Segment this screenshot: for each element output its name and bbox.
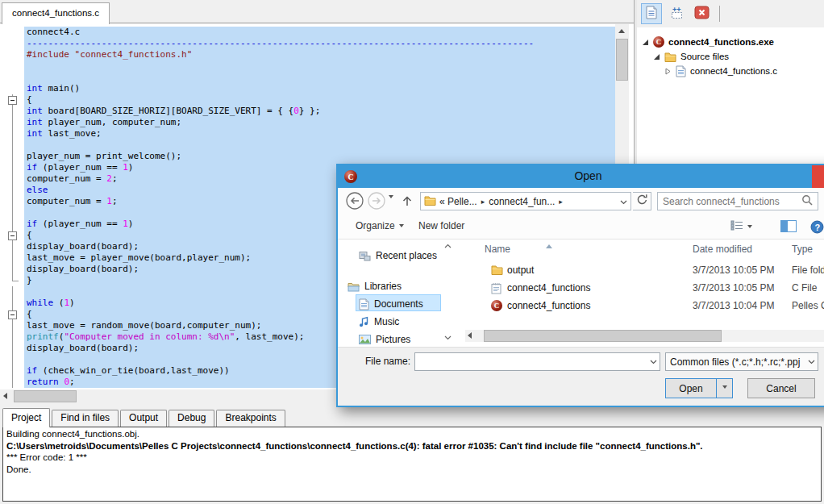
preview-pane-button[interactable]: [780, 220, 797, 235]
code-line[interactable]: int player_num, computer_num;: [0, 117, 615, 128]
file-row-connect4_functions[interactable]: connect4_functions3/7/2013 10:05 PMC Fil…: [457, 280, 824, 298]
sidebar-scroll-down[interactable]: [443, 333, 453, 343]
fold-gutter: [0, 72, 24, 83]
forward-button[interactable]: [368, 192, 385, 213]
code-line[interactable]: connect4.c: [0, 27, 615, 38]
tree-item-source-files[interactable]: Source files: [637, 49, 824, 64]
folder-icon: [664, 52, 676, 62]
hscroll-thumb[interactable]: [484, 330, 722, 342]
sidebar-item-documents[interactable]: Documents: [359, 296, 423, 312]
tab-connect4-functions-c[interactable]: connect4_functions.c: [2, 2, 110, 24]
views-button[interactable]: [730, 220, 752, 233]
bottom-tab-breakpoints[interactable]: Breakpoints: [216, 410, 285, 427]
breadcrumb-separator-icon: ▸: [559, 198, 563, 206]
search-input[interactable]: Search connect4_functions: [657, 192, 818, 210]
dialog-close-button[interactable]: [812, 165, 824, 188]
sidebar-item-pictures[interactable]: Pictures: [359, 331, 410, 348]
scroll-up-button[interactable]: [615, 24, 629, 38]
bottom-tab-output[interactable]: Output: [120, 410, 167, 427]
tree-item-label: connect4_functions.exe: [668, 37, 774, 47]
project-view-button[interactable]: [641, 3, 662, 24]
chevron-down-icon[interactable]: [620, 196, 627, 207]
code-line[interactable]: [0, 60, 615, 72]
fold-gutter: [0, 60, 24, 72]
fold-gutter: [0, 320, 24, 331]
arrow-left-icon: [468, 332, 472, 339]
fold-collapse-icon[interactable]: [8, 96, 17, 105]
breadcrumb-separator-icon: ▸: [481, 198, 485, 206]
column-header-type[interactable]: Type: [792, 244, 813, 255]
history-dropdown-icon[interactable]: [389, 198, 393, 213]
breadcrumb-segment[interactable]: connect4_fun...: [489, 196, 555, 207]
fold-gutter: [0, 83, 24, 94]
code-line[interactable]: [0, 140, 615, 151]
fold-collapse-icon[interactable]: [8, 310, 17, 319]
bottom-panel: ProjectFind in filesOutputDebugBreakpoin…: [0, 403, 824, 504]
fold-gutter: [0, 162, 24, 173]
sidebar-scroll-up[interactable]: [443, 241, 453, 251]
sidebar-item-music[interactable]: Music: [359, 314, 399, 330]
refresh-button[interactable]: [633, 192, 651, 210]
fold-gutter[interactable]: [0, 309, 24, 320]
pelles-icon: C: [491, 300, 502, 311]
file-date: 3/7/2013 10:05 PM: [693, 282, 774, 294]
project-options-button[interactable]: ++: [666, 3, 687, 24]
fold-gutter: [0, 38, 24, 49]
recent-icon: [359, 251, 371, 261]
chevron-down-icon[interactable]: [647, 360, 660, 364]
code-line[interactable]: int board[BOARD_SIZE_HORIZ][BOARD_SIZE_V…: [0, 106, 615, 117]
code-line[interactable]: [0, 72, 615, 83]
build-output[interactable]: Building connect4_functions.obj.C:\Users…: [2, 427, 822, 502]
code-line[interactable]: int last_move;: [0, 128, 615, 140]
open-split-dropdown[interactable]: [716, 379, 732, 398]
remove-file-button[interactable]: [691, 3, 712, 24]
fold-gutter: [0, 151, 24, 162]
views-icon: [730, 220, 743, 233]
file-list-hscrollbar[interactable]: [465, 330, 824, 342]
sidebar-item-libraries[interactable]: Libraries: [347, 278, 402, 294]
help-button[interactable]: ?: [810, 220, 824, 236]
column-header-name[interactable]: Name: [485, 244, 510, 255]
file-list: NameDate modifiedType output3/7/2013 10:…: [457, 240, 824, 347]
file-row-connect4_functions[interactable]: Cconnect4_functions3/7/2013 10:04 PMPell…: [457, 298, 824, 315]
open-button[interactable]: Open: [665, 378, 733, 398]
new-folder-button[interactable]: New folder: [418, 220, 464, 231]
cancel-button[interactable]: Cancel: [747, 378, 815, 398]
fold-gutter: [0, 140, 24, 151]
folder-icon: [424, 195, 436, 208]
fold-gutter[interactable]: [0, 94, 24, 106]
toolbar-separator: [719, 6, 720, 22]
code-line[interactable]: {: [0, 94, 615, 106]
dropdown-icon: [747, 225, 752, 231]
dialog-titlebar[interactable]: C Open: [338, 165, 824, 188]
organize-button[interactable]: Organize: [356, 220, 404, 231]
bottom-tab-find-in-files[interactable]: Find in files: [52, 410, 119, 427]
up-button[interactable]: [400, 194, 414, 211]
scroll-left-button[interactable]: [0, 389, 14, 403]
file-name-input[interactable]: [414, 352, 660, 371]
file-type-select[interactable]: Common files (*.c;*.h;*.rc;*.ppj: [665, 352, 818, 371]
file-row-output[interactable]: output3/7/2013 10:05 PMFile folder: [457, 262, 824, 280]
bottom-tab-project[interactable]: Project: [2, 408, 50, 427]
dropdown-icon: [399, 224, 404, 230]
vscroll-thumb[interactable]: [616, 39, 628, 81]
breadcrumb[interactable]: « Pelle...▸connect4_fun...▸: [420, 192, 631, 210]
tree-item-connect4-functions-c[interactable]: connect4_functions.c: [637, 64, 824, 78]
breadcrumb-segment[interactable]: « Pelle...: [439, 196, 477, 207]
fold-gutter[interactable]: [0, 230, 24, 241]
column-header-date-modified[interactable]: Date modified: [693, 244, 752, 255]
code-line[interactable]: ----------------------------------------…: [0, 38, 615, 49]
hscroll-thumb[interactable]: [14, 390, 77, 402]
code-line[interactable]: int main(): [0, 83, 615, 94]
chevron-down-icon[interactable]: [805, 360, 818, 364]
sidebar-item-recent-places[interactable]: Recent places: [359, 248, 437, 264]
bottom-tab-debug[interactable]: Debug: [169, 410, 214, 427]
tree-item-connect4-functions-exe[interactable]: Cconnect4_functions.exe: [637, 35, 824, 49]
back-button[interactable]: [346, 192, 364, 213]
fold-gutter: [0, 365, 24, 377]
fold-collapse-icon[interactable]: [8, 231, 17, 240]
code-line[interactable]: #include "connect4_functions.h": [0, 49, 615, 60]
fold-gutter: [0, 207, 24, 219]
code-line[interactable]: player_num = print_welcome();: [0, 151, 615, 162]
fold-gutter: [0, 196, 24, 207]
